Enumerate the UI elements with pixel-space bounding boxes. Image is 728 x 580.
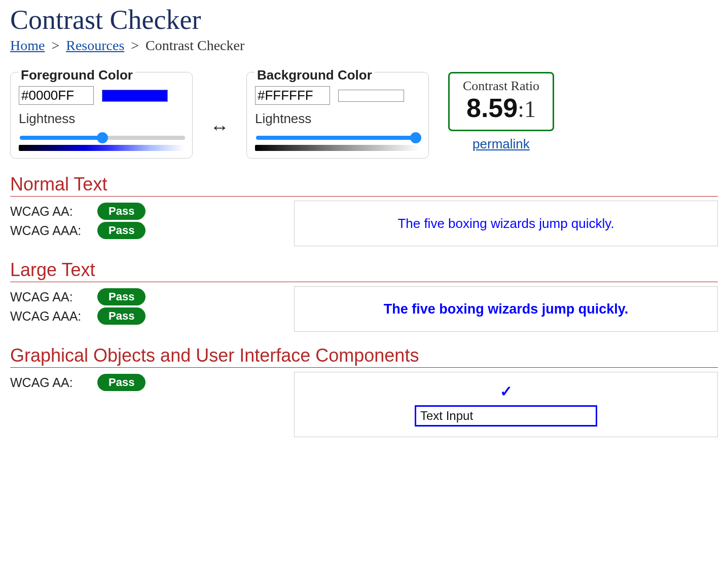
large-aa-result-badge: Pass — [97, 288, 145, 305]
ui-aa-result-badge: Pass — [97, 374, 145, 391]
normal-aa-label: WCAG AA: — [10, 204, 86, 219]
large-text-preview: The five boxing wizards jump quickly. — [294, 286, 718, 332]
breadcrumb-sep: > — [51, 37, 59, 53]
contrast-ratio-title: Contrast Ratio — [463, 79, 539, 94]
breadcrumb: Home > Resources > Contrast Checker — [10, 37, 718, 54]
section-heading-large: Large Text — [10, 259, 718, 282]
breadcrumb-current: Contrast Checker — [145, 37, 244, 53]
foreground-lightness-label: Lightness — [19, 111, 184, 127]
normal-aaa-result-badge: Pass — [97, 222, 145, 239]
swap-colors-icon[interactable]: ↔ — [210, 118, 229, 137]
background-lightness-slider[interactable] — [256, 136, 421, 140]
background-gradient-strip — [255, 145, 420, 151]
large-aaa-result-badge: Pass — [97, 307, 145, 325]
foreground-lightness-slider[interactable] — [20, 136, 185, 140]
section-heading-ui: Graphical Objects and User Interface Com… — [10, 345, 718, 368]
ui-aa-label: WCAG AA: — [10, 375, 86, 390]
section-heading-normal: Normal Text — [10, 174, 718, 197]
foreground-legend: Foreground Color — [19, 67, 135, 83]
breadcrumb-sep: > — [131, 37, 139, 53]
demo-text-input[interactable] — [415, 405, 597, 427]
page-title: Contrast Checker — [10, 4, 718, 35]
foreground-color-panel: Foreground Color Lightness — [10, 72, 193, 159]
background-lightness-label: Lightness — [255, 111, 420, 127]
background-hex-input[interactable] — [255, 86, 330, 105]
check-icon: ✓ — [500, 382, 513, 400]
large-aaa-label: WCAG AAA: — [10, 309, 86, 324]
breadcrumb-resources-link[interactable]: Resources — [66, 37, 124, 53]
foreground-swatch[interactable] — [102, 90, 168, 102]
normal-sample-text: The five boxing wizards jump quickly. — [397, 216, 614, 231]
contrast-ratio-suffix: :1 — [518, 96, 536, 122]
foreground-gradient-strip — [19, 145, 184, 151]
ui-components-preview: ✓ — [294, 372, 718, 437]
background-swatch[interactable] — [338, 90, 404, 102]
contrast-ratio-value: 8.59:1 — [463, 94, 539, 123]
foreground-hex-input[interactable] — [19, 86, 94, 105]
contrast-ratio-box: Contrast Ratio 8.59:1 — [448, 72, 554, 131]
normal-aaa-label: WCAG AAA: — [10, 223, 86, 238]
large-aa-label: WCAG AA: — [10, 290, 86, 304]
breadcrumb-home-link[interactable]: Home — [10, 37, 45, 53]
permalink-link[interactable]: permalink — [472, 136, 530, 152]
normal-text-preview: The five boxing wizards jump quickly. — [294, 201, 718, 246]
normal-aa-result-badge: Pass — [97, 203, 145, 220]
large-sample-text: The five boxing wizards jump quickly. — [384, 301, 629, 317]
background-color-panel: Background Color Lightness — [246, 72, 429, 159]
background-legend: Background Color — [255, 67, 374, 83]
contrast-ratio-number: 8.59 — [466, 93, 518, 123]
